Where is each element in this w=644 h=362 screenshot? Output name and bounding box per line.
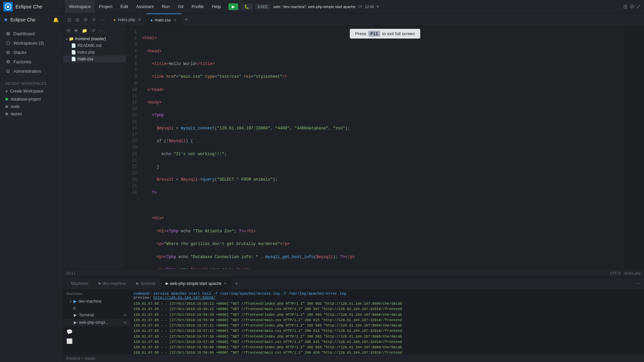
- add-terminal-button[interactable]: +: [232, 281, 241, 287]
- language-label: text/x-php: [625, 271, 641, 275]
- bottom-tab-web-php[interactable]: ▶ web-php-simple:start apache ✕: [161, 278, 231, 289]
- collapse-all-icon[interactable]: ⊟: [65, 27, 71, 34]
- chat-icon[interactable]: 💬: [66, 329, 126, 335]
- machine-icon: ▶: [73, 299, 76, 304]
- tab-bar: ⊟ ⊞ ⚙ ✕ ⋯ ● index.php ✕ ● main.css ✕ +: [63, 13, 644, 26]
- bottom-tab-dev-machine[interactable]: ▶ dev-machine: [94, 278, 131, 289]
- bottom-panel-expand-icon[interactable]: ⋯: [636, 281, 641, 286]
- menu-item-profile[interactable]: Profile: [187, 0, 208, 13]
- terminal-preview-line: preview: http://128.61.104.197:32910/: [133, 296, 641, 300]
- create-folder-icon[interactable]: 📁: [80, 27, 89, 34]
- web-php-terminal-icon: ▶: [74, 320, 77, 325]
- workspace-node[interactable]: node: [0, 103, 63, 110]
- code-editor[interactable]: Press F11 to exit full screen 123456 789…: [126, 26, 644, 269]
- log-line: 128.61.67.85 - - [27/Oct/2018:19:56:39 +…: [133, 312, 641, 317]
- bottom-tab-terminal[interactable]: ▶ Terminal: [131, 278, 160, 289]
- file-tree-root[interactable]: ▾ 📁 frontend (master): [63, 36, 126, 42]
- close-tab-main-css[interactable]: ✕: [173, 18, 177, 22]
- split-vertical-icon[interactable]: ⊞: [74, 16, 81, 23]
- menu-item-assistant[interactable]: Assistant: [132, 0, 158, 13]
- dashboard-icon: ⊞: [5, 31, 11, 36]
- sidebar-label-workspaces: Workspaces (3): [13, 41, 44, 46]
- tab-index-php[interactable]: ● index.php ✕: [109, 13, 146, 26]
- sidebar-item-workspaces[interactable]: ⬡ Workspaces (3): [0, 38, 63, 48]
- mini-map: [624, 26, 644, 269]
- log-line: 128.61.67.85 - - [27/Oct/2018:19:56:39 +…: [133, 317, 641, 323]
- close-web-php-terminal-icon[interactable]: ✕: [123, 320, 126, 325]
- code-line-10: echo "It's not working!!!";: [140, 151, 624, 158]
- sidebar-app-title: Eclipse Che: [10, 17, 36, 22]
- menu-item-help[interactable]: Help: [208, 0, 225, 13]
- web-php-tab-label: web-php-simple:start apache: [170, 281, 221, 286]
- menu-item-run[interactable]: Run: [158, 0, 174, 13]
- settings-icon[interactable]: ⚙: [630, 3, 634, 10]
- split-horizontal-icon[interactable]: ⊟: [66, 16, 73, 23]
- workspace-lauren[interactable]: lauren: [0, 110, 63, 118]
- sidebar-item-dashboard[interactable]: ⊞ Dashboard: [0, 29, 63, 38]
- cursor-position: 22:11: [66, 271, 76, 275]
- menu-item-project[interactable]: Project: [95, 0, 116, 13]
- create-file-icon[interactable]: ✚: [73, 27, 79, 34]
- grid-icon[interactable]: ⊞: [623, 3, 628, 10]
- terminal-file-icon: ▶: [74, 313, 77, 317]
- svg-point-1: [7, 5, 9, 8]
- code-content[interactable]: <html> <head> <title>Hello World</title>…: [140, 26, 624, 269]
- debug-button[interactable]: 🐛: [241, 3, 253, 10]
- sidebar: ● Eclipse Che 🔔 ⊞ Dashboard ⬡ Workspaces…: [0, 13, 63, 362]
- log-line: 128.61.67.85 - - [27/Oct/2018:19:58:09 +…: [133, 345, 641, 350]
- preview-link[interactable]: http://128.61.104.197:32910/: [153, 296, 215, 300]
- close-web-php-tab[interactable]: ✕: [224, 281, 227, 286]
- workspace-name-database-project: database-project: [11, 97, 41, 102]
- file-readme[interactable]: 📄 README.md: [63, 42, 126, 49]
- terminal-output[interactable]: command: service apache2 start tail -f /…: [130, 290, 644, 354]
- file-main-css[interactable]: 📄 main.css: [63, 56, 126, 62]
- bottom-tab-machines[interactable]: Machines: [66, 278, 93, 289]
- run-button[interactable]: ▶: [228, 3, 238, 10]
- terminal-item[interactable]: ▶ Terminal ✕: [63, 311, 130, 319]
- menu-items: Workspace Project Edit Assistant Run Git…: [63, 0, 620, 13]
- bottom-content: Machines ▾ ▶ dev-machine ⚙ ▶ Terminal ✕: [63, 290, 644, 354]
- app-title: Eclipse Che: [15, 4, 42, 9]
- machine-expand-arrow: ▾: [70, 300, 71, 303]
- code-line-8: $mysqli = mysqli_connect("128.61.104.197…: [140, 125, 624, 132]
- notification-icon[interactable]: 🔔: [53, 17, 59, 22]
- status-right: UTF-8 text/x-php: [610, 271, 641, 275]
- close-terminal-icon[interactable]: ✕: [123, 313, 126, 317]
- more-icon[interactable]: ⋯: [98, 16, 106, 23]
- more-tree-icon[interactable]: ⋯: [98, 27, 105, 34]
- ws-status-dot-green: [5, 98, 8, 101]
- dropdown-icon[interactable]: ▾: [377, 4, 379, 9]
- refresh-icon[interactable]: ↺: [90, 27, 96, 34]
- dev-machine-tab-label: dev-machine: [103, 281, 126, 286]
- menu-item-workspace[interactable]: Workspace: [65, 0, 95, 13]
- dev-machine-item[interactable]: ▾ ▶ dev-machine: [63, 298, 130, 305]
- factories-icon: ⚙: [5, 59, 11, 64]
- workspace-database-project[interactable]: database-project: [0, 96, 63, 103]
- machine-settings-icon[interactable]: ⚙: [72, 306, 76, 311]
- web-php-terminal-item[interactable]: ▶ web-php-simpl... ✕: [63, 319, 130, 326]
- machines-tab-label: Machines: [71, 281, 88, 286]
- expand-icon[interactable]: ⤢: [636, 3, 641, 10]
- ws-status-dot-gray-lauren: [5, 113, 8, 115]
- exit-fullscreen-label: to exit full screen: [382, 31, 415, 36]
- menu-item-git[interactable]: Git: [174, 0, 187, 13]
- settings-tab-icon[interactable]: ⚙: [82, 16, 90, 23]
- terminal-icon-dev: ▶: [99, 281, 101, 286]
- code-line-4: <link href="main.css" type="text/css" re…: [140, 74, 624, 80]
- close-tab-index-php[interactable]: ✕: [137, 17, 142, 22]
- log-line: 128.61.67.85 - - [27/Oct/2018:19:57:21 +…: [133, 323, 641, 328]
- sidebar-item-factories[interactable]: ⚙ Factories: [0, 57, 63, 66]
- sidebar-item-administration[interactable]: ⊙ Administration: [0, 66, 63, 76]
- logo-icon: [3, 2, 13, 11]
- log-line: 128.61.67.85 - - [27/Oct/2018:19:58:09 +…: [133, 350, 641, 354]
- file-index-php[interactable]: 📄 index.php: [63, 49, 126, 56]
- menu-item-edit[interactable]: Edit: [116, 0, 132, 13]
- close-tab-icon[interactable]: ✕: [90, 16, 98, 23]
- tab-main-css[interactable]: ● main.css ✕: [146, 13, 182, 26]
- dev-machine-label: dev-machine: [78, 299, 102, 304]
- create-workspace-button[interactable]: + Create Workspace: [0, 87, 63, 96]
- panel-icon-yellow[interactable]: ⬜: [66, 338, 126, 344]
- sidebar-item-stacks[interactable]: ⧉ Stacks: [0, 48, 63, 57]
- code-line-5: </head>: [140, 87, 624, 93]
- add-tab-button[interactable]: +: [182, 16, 191, 23]
